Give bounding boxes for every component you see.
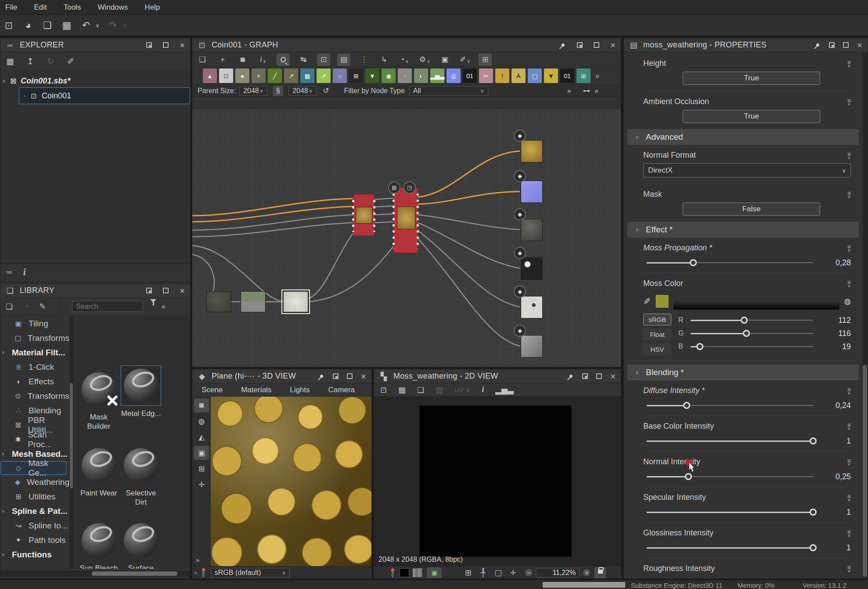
link-size-icon[interactable]: § [273, 86, 283, 96]
link-mode-icon[interactable]: ↳ [378, 54, 391, 66]
lock-zoom-icon[interactable] [594, 567, 606, 578]
preset-menu-icon[interactable]: ≡∨ [847, 530, 851, 538]
add-folder-icon[interactable]: ❏ [4, 302, 14, 311]
toggle-button[interactable]: False [683, 202, 820, 216]
graph-node-thumb[interactable] [206, 291, 231, 312]
grid-icon[interactable]: ⊞ [194, 462, 209, 476]
library-item-surface-brush[interactable]: Surface Brush [121, 520, 161, 569]
tile-grid-icon[interactable]: ⊞ [463, 568, 473, 578]
pin-icon[interactable] [559, 42, 566, 49]
ruler-icon[interactable]: ╀ [478, 568, 488, 578]
preset-menu-icon[interactable]: ≡∨ [847, 387, 851, 395]
histogram-node-icon[interactable]: ▂▅▃ [430, 69, 444, 83]
switch-node-icon[interactable]: 01 [560, 69, 574, 83]
redo-icon[interactable]: ↷ [107, 20, 119, 31]
node-badge-icon[interactable]: ▤ [388, 181, 400, 194]
warp-node-icon[interactable]: ↗ [284, 69, 298, 83]
section-header[interactable]: ∨Advanced [627, 129, 859, 145]
maximize-icon[interactable] [842, 42, 849, 49]
slider-value[interactable]: 1 [819, 543, 851, 553]
float-icon[interactable] [332, 373, 339, 380]
menu-camera[interactable]: Camera [319, 386, 364, 394]
maximize-icon[interactable] [162, 42, 169, 49]
sidebar-item-material-filt-[interactable]: Material Filt... [0, 345, 69, 360]
close-icon[interactable]: × [179, 287, 186, 294]
maximize-icon[interactable] [162, 287, 169, 294]
axis-icon[interactable]: ✛ [194, 477, 209, 491]
grid-snap-icon[interactable]: ⊞ [479, 54, 492, 66]
output-cube-icon[interactable]: ◆ [514, 285, 526, 298]
slider-track[interactable] [647, 401, 813, 409]
float-icon[interactable] [145, 42, 152, 49]
slider-handle[interactable] [810, 509, 817, 516]
explorer-package-row[interactable]: ∨ ⊠ Coin001.sbs* [2, 74, 188, 87]
preset-menu-icon[interactable]: ≡∨ [847, 152, 851, 160]
clean-icon[interactable]: ✐∨ [458, 54, 472, 66]
position-node-icon[interactable]: ◉ [382, 69, 396, 83]
zoom-input[interactable]: 11,22% [536, 568, 580, 578]
node-toolbar-overflow-icon[interactable]: » [595, 72, 599, 80]
text-node-icon[interactable]: A [511, 69, 526, 83]
filter-node-select[interactable]: All∨ [409, 86, 488, 96]
preset-menu-icon[interactable]: ≡∨ [847, 191, 851, 199]
close-icon[interactable]: × [609, 373, 616, 380]
viewport-3d[interactable] [211, 397, 371, 566]
warning-node-icon[interactable]: ! [495, 69, 509, 83]
close-icon[interactable]: × [360, 373, 367, 380]
selection-node-icon[interactable]: ▢ [528, 69, 542, 83]
info-icon[interactable]: i [23, 267, 26, 277]
shuffle-node-icon[interactable]: × [252, 69, 266, 83]
output-cube-icon[interactable]: ◆ [514, 247, 526, 259]
panel-overflow-icon[interactable]: » [194, 569, 197, 576]
maximize-icon[interactable] [346, 373, 353, 380]
directional-node-icon[interactable]: ↗ [317, 69, 331, 83]
slider-handle[interactable] [741, 317, 748, 324]
splatter-node-icon[interactable]: ⊞ [349, 69, 363, 83]
slider-handle[interactable] [743, 330, 750, 337]
node-pair-icon[interactable]: ⊶ [583, 87, 590, 95]
zoom-in-icon[interactable]: + [583, 569, 590, 576]
slider-handle[interactable] [810, 437, 817, 444]
uv-dropdown[interactable]: UV ∨ [451, 386, 474, 394]
display-icon[interactable]: ▣ [438, 54, 451, 66]
add-package-icon[interactable]: ◔ [21, 302, 31, 311]
search-icon[interactable] [277, 54, 290, 66]
menu-materials[interactable]: Materials [232, 386, 281, 394]
output-cube-icon[interactable]: ◆ [514, 170, 526, 182]
library-overflow-icon[interactable]: » [162, 303, 166, 311]
sidebar-item-scan-proc-[interactable]: ✱Scan Proc... [0, 432, 69, 447]
slider-track[interactable] [647, 259, 813, 267]
fit-icon[interactable]: ✛ [508, 569, 518, 577]
color-wheel-node-icon[interactable]: ◎ [447, 69, 461, 83]
graph-output-node[interactable] [521, 296, 543, 318]
reload-icon[interactable]: ↻ [45, 56, 56, 66]
channel-value[interactable]: 112 [819, 316, 851, 325]
screenshot-icon[interactable]: ◙ [236, 54, 249, 66]
graph-output-node[interactable] [521, 181, 543, 203]
section-chevron-icon[interactable]: ∨ [635, 227, 639, 233]
stack-view-icon[interactable]: ▤ [337, 54, 350, 66]
save-icon[interactable]: ▦ [61, 20, 73, 31]
sidebar-item-tiling[interactable]: ▣Tiling [0, 316, 69, 331]
sidebar-item-weathering[interactable]: ◆Weathering [0, 475, 69, 489]
output-cube-icon[interactable]: ◆ [514, 325, 526, 337]
library-item-selective-dirt[interactable]: Selective Dirt [121, 445, 161, 507]
float-icon[interactable] [145, 287, 152, 294]
parent-size-y-select[interactable]: 2048∨ [288, 86, 317, 96]
redo-dropdown-icon[interactable]: ∨ [122, 22, 127, 29]
maximize-icon[interactable] [595, 373, 602, 380]
open-file-icon[interactable]: ❏ [41, 20, 54, 31]
paint-node-icon[interactable]: ▼ [544, 69, 558, 83]
undo-icon[interactable]: ↶ [80, 20, 92, 31]
image-transform-icon[interactable]: ▨ [432, 385, 447, 395]
library-hscrollbar[interactable] [0, 571, 190, 577]
graph-node-blend[interactable] [353, 194, 375, 236]
menu-help[interactable]: Help [144, 3, 160, 12]
color-spectrum-bar[interactable] [674, 293, 840, 310]
gradient-node-icon[interactable]: ◐ [414, 69, 428, 83]
slider-track[interactable] [647, 437, 813, 445]
menu-file[interactable]: File [5, 3, 17, 12]
colormode-hsv-button[interactable]: HSV [643, 343, 671, 355]
graph-output-node[interactable] [521, 140, 543, 163]
float-icon[interactable] [581, 373, 588, 380]
